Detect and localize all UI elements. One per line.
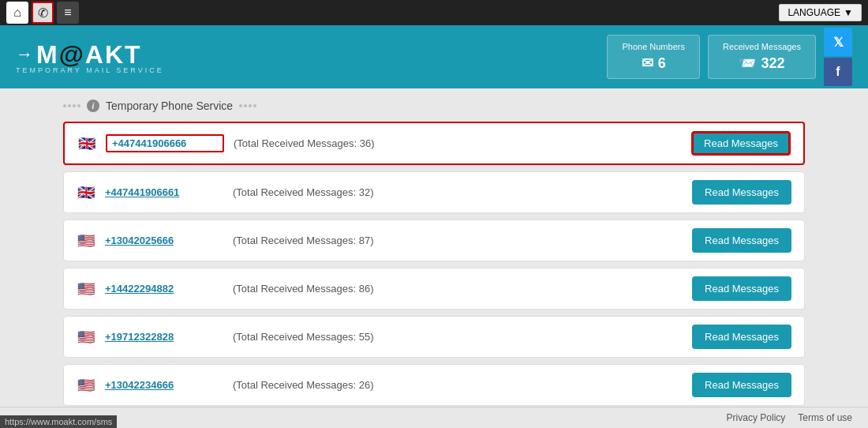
language-button[interactable]: LANGUAGE ▼	[779, 4, 862, 21]
read-messages-button[interactable]: Read Messages	[692, 276, 791, 301]
read-messages-button[interactable]: Read Messages	[692, 373, 791, 397]
header-stats: Phone Numbers ✉ 6 Received Messages 📨 32…	[607, 35, 816, 79]
terms-of-use-link[interactable]: Terms of use	[798, 412, 852, 423]
received-messages-label: Received Messages	[723, 42, 801, 51]
decorative-dots-left	[63, 104, 80, 107]
phone-row: 🇺🇸 +19712322828 (Total Received Messages…	[63, 316, 805, 358]
received-messages-value: 📨 322	[723, 54, 801, 72]
top-bar: ⌂ ✆ ≡ LANGUAGE ▼	[0, 0, 868, 25]
received-messages-stat: Received Messages 📨 322	[708, 35, 816, 79]
message-count: (Total Received Messages: 87)	[233, 235, 683, 246]
menu-icon[interactable]: ≡	[57, 2, 79, 24]
logo-arrow-icon: →	[16, 44, 33, 65]
messages-count: 322	[761, 55, 784, 72]
country-flag: 🇺🇸	[77, 379, 95, 392]
phone-stat-icon: ✉	[642, 54, 653, 72]
phone-row: 🇬🇧 +447441906666 (Total Received Message…	[63, 122, 805, 165]
status-url: https://www.moakt.com/sms	[5, 417, 112, 426]
phone-number[interactable]: +13042234666	[105, 379, 223, 391]
header: → M@AKT TEMPORARY MAIL SERVICE Phone Num…	[0, 25, 868, 88]
language-label: LANGUAGE	[788, 7, 840, 18]
main-content: i Temporary Phone Service 🇬🇧 +4474419066…	[0, 88, 868, 417]
read-messages-button[interactable]: Read Messages	[692, 180, 791, 205]
read-messages-button[interactable]: Read Messages	[691, 131, 791, 156]
social-buttons: 𝕏 f	[824, 28, 852, 86]
country-flag: 🇺🇸	[77, 331, 95, 344]
phone-row: 🇬🇧 +447441906661 (Total Received Message…	[63, 171, 805, 213]
phone-row: 🇺🇸 +13042025666 (Total Received Messages…	[63, 220, 805, 261]
phone-row: 🇺🇸 +14422294882 (Total Received Messages…	[63, 268, 805, 310]
phone-numbers-stat: Phone Numbers ✉ 6	[607, 35, 700, 79]
phone-list: 🇬🇧 +447441906666 (Total Received Message…	[63, 122, 805, 406]
message-count: (Total Received Messages: 36)	[234, 137, 682, 149]
country-flag: 🇺🇸	[77, 235, 95, 247]
phone-number[interactable]: +14422294882	[105, 283, 223, 295]
twitter-button[interactable]: 𝕏	[824, 28, 852, 56]
phone-row: 🇺🇸 +13042234666 (Total Received Messages…	[63, 364, 805, 406]
phone-count: 6	[658, 55, 666, 72]
section-title: Temporary Phone Service	[106, 99, 233, 112]
phone-numbers-label: Phone Numbers	[622, 42, 685, 51]
messages-stat-icon: 📨	[739, 54, 756, 72]
home-icon[interactable]: ⌂	[6, 2, 28, 24]
message-count: (Total Received Messages: 55)	[233, 331, 683, 343]
logo-area: → M@AKT TEMPORARY MAIL SERVICE	[16, 40, 164, 74]
phone-icon[interactable]: ✆	[32, 2, 54, 24]
info-icon: i	[87, 99, 99, 112]
facebook-button[interactable]: f	[824, 58, 852, 86]
logo-subtitle: TEMPORARY MAIL SERVICE	[16, 66, 164, 74]
message-count: (Total Received Messages: 32)	[233, 186, 683, 198]
country-flag: 🇬🇧	[77, 186, 95, 199]
privacy-policy-link[interactable]: Privacy Policy	[727, 412, 786, 423]
decorative-dots-right	[239, 104, 256, 107]
status-bar: https://www.moakt.com/sms	[0, 415, 117, 428]
phone-numbers-value: ✉ 6	[622, 54, 685, 72]
phone-number[interactable]: +19712322828	[105, 331, 223, 343]
logo-text: M@AKT	[36, 40, 142, 69]
section-header: i Temporary Phone Service	[63, 99, 805, 112]
footer: Privacy Policy Terms of use	[0, 407, 868, 428]
message-count: (Total Received Messages: 86)	[233, 283, 683, 295]
phone-number[interactable]: +447441906661	[105, 186, 223, 198]
read-messages-button[interactable]: Read Messages	[692, 228, 791, 253]
message-count: (Total Received Messages: 26)	[233, 379, 683, 391]
read-messages-button[interactable]: Read Messages	[692, 325, 791, 349]
country-flag: 🇺🇸	[77, 283, 95, 295]
phone-number[interactable]: +13042025666	[105, 235, 223, 246]
dropdown-arrow-icon: ▼	[844, 7, 853, 18]
country-flag: 🇬🇧	[77, 137, 96, 150]
phone-number[interactable]: +447441906666	[106, 134, 224, 152]
